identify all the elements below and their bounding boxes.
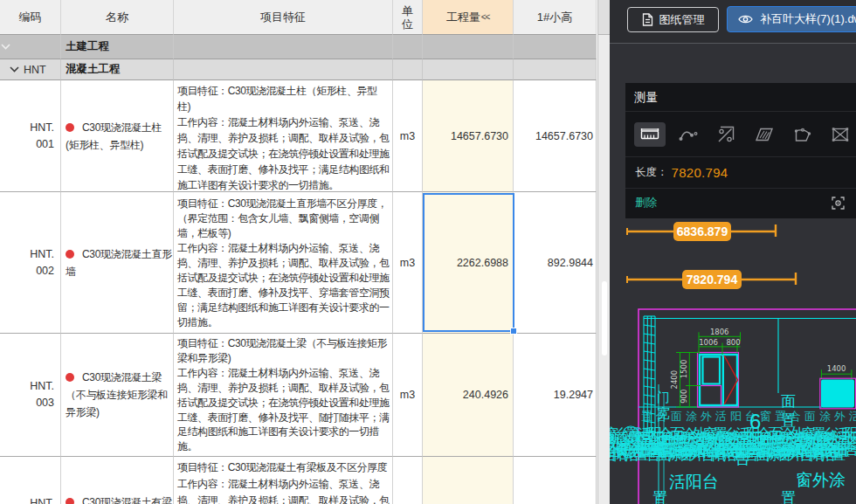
group-concrete-code-cell[interactable]: HNT — [0, 59, 61, 80]
row1-unit[interactable]: m3 — [393, 80, 423, 192]
header-code[interactable]: 编码 — [0, 0, 61, 35]
tool-polyline-length[interactable] — [673, 122, 704, 147]
arc-area-icon — [792, 124, 813, 145]
table-scrollbar[interactable] — [597, 0, 610, 504]
cad-viewer-panel: 图纸管理 补百叶大样(7)(1).dw — [610, 0, 856, 504]
row1-code[interactable]: HNT. 001 — [0, 80, 61, 192]
length-label: 长度： — [635, 165, 668, 180]
app-window: 编码 名称 项目特征 单位 工程量<< 1#小高 土建工程 HNT 混凝土工程 — [0, 0, 856, 504]
group-concrete-qty-cell[interactable] — [423, 59, 514, 80]
group-concrete-unit-cell[interactable] — [393, 59, 423, 80]
table-row[interactable]: HNT. 001 C30现浇混凝土柱 (矩形柱、异型柱) 项目特征：C30现浇混… — [0, 80, 597, 192]
group-civil-feature-cell[interactable] — [174, 35, 393, 59]
group-row-civil[interactable]: 土建工程 — [0, 35, 597, 59]
row2-tower[interactable]: 892.9844 — [514, 192, 597, 334]
drawing-manager-label: 图纸管理 — [659, 12, 705, 28]
tool-area[interactable] — [749, 122, 780, 147]
row1-tower[interactable]: 14657.6730 — [514, 80, 597, 192]
group-concrete-name[interactable]: 混凝土工程 — [61, 59, 174, 80]
cad-text-window-out: 窗外涂 — [796, 471, 846, 489]
dim-800: 800 — [726, 338, 740, 347]
cad-text-balcony: 活阳台 — [669, 473, 719, 491]
row2-code[interactable]: HNT. 002 — [0, 192, 61, 334]
drawing-manager-button[interactable]: 图纸管理 — [627, 7, 719, 32]
measure-panel: 测量 — [625, 83, 856, 218]
row4-name-text: C30现浇混凝土有梁 — [82, 496, 172, 504]
header-feature-label: 项目特征 — [260, 10, 306, 24]
cad-text-zhi-small: 置 — [781, 412, 796, 429]
row2-name[interactable]: C30现浇混凝土直形 墙 — [61, 192, 174, 334]
cad-text-zhi-small2: 置 — [781, 490, 796, 504]
row4-name[interactable]: C30现浇混凝土有梁 — [61, 457, 174, 504]
row3-feature[interactable]: 项目特征：C30现浇混凝土梁（不与板连接矩形 梁和异形梁) 工作内容：混凝土材料… — [174, 334, 393, 457]
group-civil-name[interactable]: 土建工程 — [61, 35, 174, 59]
delete-measurement-link[interactable]: 删除 — [635, 196, 657, 211]
row2-name-text: C30现浇混凝土直形 墙 — [66, 248, 172, 278]
dim-2400: 2400 — [671, 370, 680, 390]
row1-name[interactable]: C30现浇混凝土柱 (矩形柱、异型柱) — [61, 80, 174, 192]
selection-fill-handle[interactable] — [510, 328, 517, 335]
dim-1500: 1500 — [680, 360, 688, 379]
measure-panel-title: 测量 — [625, 83, 856, 112]
row2-unit[interactable]: m3 — [393, 192, 423, 334]
cad-text-he: 合 — [735, 450, 750, 467]
tool-arc-area[interactable] — [787, 122, 818, 147]
header-unit[interactable]: 单位 — [393, 0, 423, 35]
row3-tower[interactable]: 19.2947 — [514, 334, 597, 457]
chevron-down-icon[interactable] — [10, 66, 19, 72]
measurement-value-2: 7820.794 — [687, 273, 738, 287]
row4-code[interactable]: HNT. — [0, 457, 61, 504]
area-icon — [754, 124, 775, 145]
selected-cell-outline[interactable] — [423, 193, 514, 332]
row3-code[interactable]: HNT. 003 — [0, 334, 61, 457]
row4-tower[interactable] — [514, 457, 597, 504]
group-row-concrete[interactable]: HNT 混凝土工程 — [0, 59, 597, 80]
table-row[interactable]: HNT. 003 C30现浇混凝土梁 （不与板连接矩形梁和 异形梁) 项目特征：… — [0, 334, 597, 457]
row3-quantity[interactable]: 240.4926 — [423, 334, 514, 457]
clear-measure-icon — [830, 124, 851, 145]
row1-feature[interactable]: 项目特征：C30现浇混凝土柱（矩形柱、异型 柱) 工作内容：混凝土材料场内外运输… — [174, 80, 393, 192]
ruler-icon — [639, 124, 660, 145]
header-quantity[interactable]: 工程量<< — [423, 0, 514, 35]
header-name[interactable]: 名称 — [61, 0, 174, 35]
group-concrete-feature-cell[interactable] — [174, 59, 393, 80]
group-civil-tower-cell[interactable] — [514, 35, 597, 59]
measurement-badge[interactable]: 7820.794 — [682, 270, 742, 289]
group-concrete-code: HNT — [24, 64, 46, 76]
group-civil-qty-cell[interactable] — [423, 35, 514, 59]
group-civil-code-cell[interactable] — [0, 35, 61, 59]
group-civil-unit-cell[interactable] — [393, 35, 423, 59]
row3-name-text: C30现浇混凝土梁 （不与板连接矩形梁和 异形梁) — [66, 371, 168, 418]
active-drawing-tab[interactable]: 补百叶大样(7)(1).dw — [727, 6, 856, 32]
arc-length-icon — [715, 124, 736, 145]
row4-feature[interactable]: 项目特征：C30现浇混凝土有梁板及不区分厚度 工作内容：混凝土材料场内外运输、泵… — [174, 457, 393, 504]
table-row[interactable]: HNT. C30现浇混凝土有梁 项目特征：C30现浇混凝土有梁板及不区分厚度 工… — [0, 457, 597, 504]
eye-icon — [738, 14, 753, 24]
header-feature[interactable]: 项目特征 — [174, 0, 393, 35]
row3-unit[interactable]: m3 — [393, 334, 423, 457]
tool-clear-measure[interactable] — [825, 122, 856, 147]
row3-name[interactable]: C30现浇混凝土梁 （不与板连接矩形梁和 异形梁) — [61, 334, 174, 457]
tool-length-ruler[interactable] — [634, 122, 666, 147]
row1-quantity[interactable]: 14657.6730 — [423, 80, 514, 192]
row4-quantity[interactable] — [423, 457, 514, 504]
flag-dot-icon — [66, 250, 74, 259]
header-tower[interactable]: 1#小高 — [514, 0, 597, 35]
tool-arc-length[interactable] — [710, 122, 742, 147]
collapse-chevrons-icon[interactable]: << — [481, 10, 490, 24]
row2-feature[interactable]: 项目特征：C30现浇混凝土直形墙不区分厚度， （界定范围：包含女儿墙、飘窗侧墙，… — [174, 192, 393, 334]
row4-unit[interactable] — [393, 457, 423, 504]
length-readout: 长度： 7820.794 — [625, 157, 856, 189]
flag-dot-icon — [66, 498, 74, 504]
dim-1400: 1400 — [827, 364, 846, 373]
scrollbar-thumb[interactable] — [602, 281, 607, 356]
table-header-row: 编码 名称 项目特征 单位 工程量<< 1#小高 — [0, 0, 597, 35]
dim-1006: 1006 — [699, 338, 718, 347]
chevron-down-icon[interactable] — [1, 44, 10, 50]
measurement-badge[interactable]: 6836.879 — [673, 222, 731, 241]
measurement-value-1: 6836.879 — [677, 224, 728, 238]
group-concrete-tower-cell[interactable] — [514, 59, 597, 80]
dim-1806: 1806 — [710, 328, 729, 336]
cad-scribble-text: 置 — [651, 442, 664, 457]
locate-crosshair-icon[interactable] — [832, 197, 845, 210]
